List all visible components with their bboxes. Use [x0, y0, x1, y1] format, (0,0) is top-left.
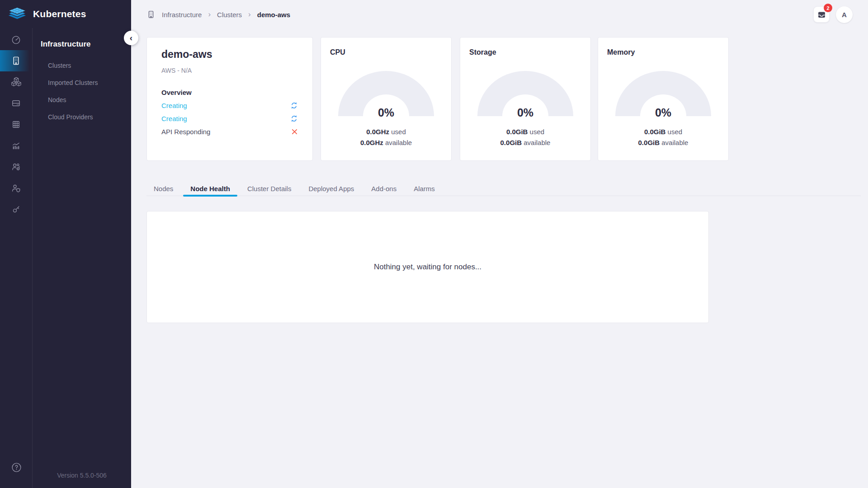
metric-stats: 0.0GHz used 0.0GHz available — [321, 127, 451, 148]
sidebar-body: Infrastructure Clusters Imported Cluster… — [0, 28, 131, 488]
version-label: Version 5.5.0-506 — [33, 472, 131, 479]
app-root: Kubernetes — [0, 0, 868, 488]
key-icon — [11, 204, 21, 215]
breadcrumb-building-icon — [146, 10, 156, 19]
submenu-title: Infrastructure — [41, 40, 131, 49]
gauge-percent: 0% — [598, 106, 728, 119]
brand-header: Kubernetes — [0, 0, 131, 28]
metric-title: CPU — [330, 48, 345, 56]
rail-item-servers[interactable] — [0, 93, 32, 114]
tab-deployed-apps[interactable]: Deployed Apps — [301, 182, 361, 196]
cluster-name: demo-aws — [161, 48, 298, 61]
rail-item-workloads[interactable] — [0, 71, 32, 93]
status-label: API Responding — [161, 128, 210, 136]
used-label: used — [530, 128, 545, 136]
status-row: Creating — [161, 115, 298, 122]
sync-icon — [290, 102, 298, 109]
rail-item-user-roles[interactable] — [0, 178, 32, 199]
rail-item-help[interactable] — [0, 457, 33, 478]
sync-icon — [290, 115, 298, 122]
available-label: available — [385, 139, 412, 146]
cpu-metric-card: CPU 0% 0.0GHz used 0.0GHz available — [321, 37, 452, 161]
breadcrumb-separator: › — [248, 10, 251, 19]
tab-alarms[interactable]: Alarms — [406, 182, 442, 196]
storage-metric-card: Storage 0% 0.0GiB used 0.0GiB available — [460, 37, 591, 161]
status-row: API Responding — [161, 128, 298, 136]
used-line: 0.0GHz used — [321, 127, 451, 137]
breadcrumb-infrastructure[interactable]: Infrastructure — [162, 11, 202, 19]
metric-title: Storage — [469, 48, 496, 56]
user-shield-icon — [11, 183, 21, 193]
cluster-tabs: Nodes Node Health Cluster Details Deploy… — [146, 182, 861, 196]
breadcrumb-current-cluster: demo-aws — [257, 11, 290, 19]
memory-metric-card: Memory 0% 0.0GiB used 0.0GiB available — [598, 37, 729, 161]
notifications-button[interactable]: 2 — [813, 6, 830, 23]
help-icon — [11, 462, 22, 473]
tab-node-health[interactable]: Node Health — [183, 182, 237, 196]
grid-icon — [11, 119, 21, 130]
empty-state-message: Nothing yet, waiting for nodes... — [374, 263, 481, 272]
available-value: 0.0GiB — [638, 139, 660, 146]
avatar[interactable]: A — [836, 6, 853, 23]
cluster-summary-card: demo-aws AWS - N/A Overview Creating Cre… — [146, 37, 313, 161]
rail-item-analytics[interactable] — [0, 135, 32, 156]
available-label: available — [661, 139, 688, 146]
available-label: available — [524, 139, 550, 146]
tab-add-ons[interactable]: Add-ons — [364, 182, 404, 196]
topbar: Infrastructure › Clusters › demo-aws 2 A — [146, 0, 853, 29]
sidebar-item-clusters[interactable]: Clusters — [41, 57, 131, 74]
dashboard-gauge-icon — [11, 34, 21, 45]
used-value: 0.0GiB — [644, 128, 666, 136]
rail-item-infrastructure[interactable] — [0, 50, 32, 71]
analytics-chart-icon — [11, 141, 21, 151]
tab-nodes[interactable]: Nodes — [146, 182, 180, 196]
cubes-icon — [11, 77, 22, 87]
cluster-provider: AWS - N/A — [161, 67, 298, 74]
sidebar-collapse-button[interactable]: ‹ — [124, 31, 138, 45]
gauge-percent: 0% — [460, 106, 590, 119]
status-row: Creating — [161, 102, 298, 109]
metric-stats: 0.0GiB used 0.0GiB available — [598, 127, 728, 148]
sidebar-item-cloud-providers[interactable]: Cloud Providers — [41, 108, 131, 126]
metric-stats: 0.0GiB used 0.0GiB available — [460, 127, 590, 148]
breadcrumb-clusters[interactable]: Clusters — [217, 11, 242, 19]
server-icon — [11, 98, 21, 108]
x-icon — [291, 128, 298, 135]
status-label: Creating — [161, 115, 187, 122]
available-line: 0.0GHz available — [321, 137, 451, 148]
rail-item-team-settings[interactable] — [0, 156, 32, 178]
breadcrumb: Infrastructure › Clusters › demo-aws — [146, 10, 290, 19]
main-content: Infrastructure › Clusters › demo-aws 2 A — [131, 0, 868, 488]
topbar-actions: 2 A — [813, 6, 853, 23]
sidebar-submenu: Infrastructure Clusters Imported Cluster… — [33, 28, 131, 488]
available-value: 0.0GHz — [360, 139, 383, 146]
breadcrumb-separator: › — [208, 10, 211, 19]
sidebar-item-imported-clusters[interactable]: Imported Clusters — [41, 74, 131, 91]
status-label: Creating — [161, 102, 187, 109]
metric-title: Memory — [607, 48, 635, 56]
kubernetes-stack-logo-icon — [7, 6, 28, 22]
used-label: used — [668, 128, 683, 136]
overview-title: Overview — [161, 89, 298, 96]
used-label: used — [391, 128, 406, 136]
used-line: 0.0GiB used — [598, 127, 728, 137]
used-line: 0.0GiB used — [460, 127, 590, 137]
infrastructure-building-icon — [11, 56, 21, 66]
sidebar-item-nodes[interactable]: Nodes — [41, 91, 131, 108]
available-line: 0.0GiB available — [460, 137, 590, 148]
sidebar: Kubernetes — [0, 0, 131, 488]
rail-item-api-keys[interactable] — [0, 199, 32, 220]
users-gear-icon — [11, 162, 21, 172]
rail-item-dashboard[interactable] — [0, 29, 32, 50]
rail-item-apps[interactable] — [0, 114, 32, 135]
available-line: 0.0GiB available — [598, 137, 728, 148]
available-value: 0.0GiB — [500, 139, 522, 146]
icon-rail — [0, 28, 33, 488]
used-value: 0.0GiB — [506, 128, 528, 136]
submenu-items: Clusters Imported Clusters Nodes Cloud P… — [41, 57, 131, 126]
notification-badge: 2 — [824, 4, 832, 12]
node-health-empty-panel: Nothing yet, waiting for nodes... — [146, 211, 709, 323]
brand-name: Kubernetes — [33, 9, 86, 19]
used-value: 0.0GHz — [366, 128, 389, 136]
tab-cluster-details[interactable]: Cluster Details — [240, 182, 299, 196]
